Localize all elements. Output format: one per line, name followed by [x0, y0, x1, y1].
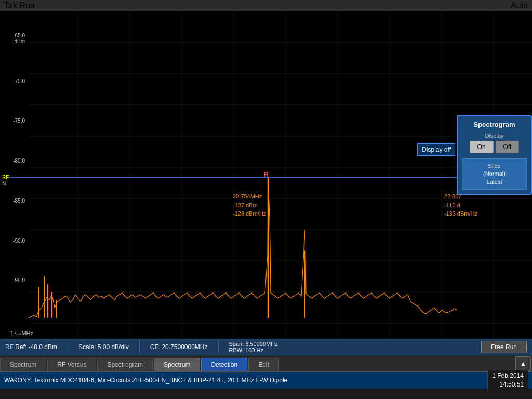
- tab-detection[interactable]: Detection: [201, 358, 247, 371]
- y-label-1: -65.0 dBm: [1, 33, 27, 44]
- bottom-bar: WA9ONY, Tektronix MDO4104-6, Min-Circuit…: [0, 372, 532, 389]
- tab-spectrum-active[interactable]: Spectrum: [154, 358, 200, 371]
- y-label-5: -85.0: [1, 198, 27, 204]
- tab-scroll-icon: ▲: [520, 360, 527, 368]
- marker-readout-right: 22.867 -113 d -133 dBm/Hz: [444, 192, 477, 218]
- top-bar: Tek Run Auto: [0, 0, 532, 11]
- marker-r: R: [264, 171, 269, 178]
- y-label-2: -70.0: [1, 78, 27, 84]
- scale-status: Scale: 5.00 dB/div: [78, 343, 129, 351]
- tab-scroll-button[interactable]: ▲: [515, 356, 531, 371]
- tab-spectrogram[interactable]: Spectrogram: [97, 358, 153, 371]
- tab-edit[interactable]: Edit: [248, 358, 279, 371]
- y-label-4: -80.0: [1, 158, 27, 164]
- x-axis-label: 17.5MHz: [10, 330, 33, 336]
- display-on-button[interactable]: On: [470, 141, 494, 153]
- status-bar: RF Ref: -40.0 dBm Scale: 5.00 dB/div CF:…: [0, 339, 532, 355]
- cf-status: CF: 20.7500000MHz: [150, 343, 208, 351]
- marker-readout-left: 20.754MHz -107 dBm -128 dBm/Hz: [233, 192, 266, 218]
- y-label-7: -95.0: [1, 277, 27, 283]
- spectrum-display: -65.0 dBm -70.0 -75.0 -80.0 -85.0 -90.0 …: [0, 11, 532, 339]
- tab-spectrum-1[interactable]: Spectrum: [0, 358, 46, 371]
- display-off-button[interactable]: Off: [496, 141, 520, 153]
- display-toggle: On Off: [462, 141, 527, 153]
- status-sep-2: [139, 341, 140, 353]
- bottom-info: WA9ONY, Tektronix MDO4104-6, Min-Circuit…: [4, 377, 483, 384]
- spectrogram-panel-title: Spectrogram: [462, 121, 527, 128]
- status-sep-1: [68, 341, 68, 353]
- spectrogram-panel: Spectrogram Display On Off Slice(Normal)…: [457, 115, 532, 195]
- span-rbw-status: Span: 6.50000MHz RBW: 100 Hz: [229, 341, 278, 353]
- display-off-label: Display off: [417, 143, 455, 156]
- slice-button[interactable]: Slice(Normal)Latest: [462, 158, 527, 190]
- status-sep-3: [218, 341, 219, 353]
- y-label-6: -90.0: [1, 238, 27, 244]
- display-label: Display: [462, 132, 527, 139]
- y-label-3: -75.0: [1, 118, 27, 124]
- tab-rf-versus[interactable]: RF Versus: [47, 358, 96, 371]
- ref-status: RF Ref: -40.0 dBm: [5, 343, 57, 351]
- tab-bar: Spectrum RF Versus Spectrogram Spectrum …: [0, 355, 532, 372]
- bottom-datetime: 1 Feb 2014 14:50:51: [487, 370, 528, 390]
- auto-label: Auto: [511, 1, 528, 10]
- free-run-button[interactable]: Free Run: [481, 341, 527, 353]
- tek-run-label: Tek Run: [4, 1, 35, 10]
- rf-label: RFN: [1, 174, 10, 188]
